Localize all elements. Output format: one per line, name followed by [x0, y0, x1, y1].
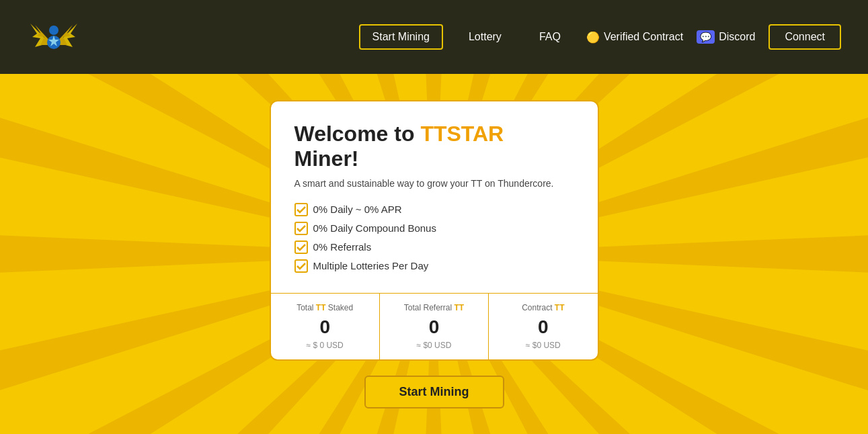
stat-label-staked-tt: TT [316, 303, 326, 312]
stat-usd-contract: ≈ $0 USD [496, 341, 590, 350]
welcome-title: Welcome to TTSTAR Miner! [294, 122, 574, 171]
card-container: Welcome to TTSTAR Miner! A smart and sus… [270, 100, 599, 408]
nav-discord-label: Discord [719, 31, 755, 43]
start-mining-button[interactable]: Start Mining [364, 376, 504, 408]
stat-card-contract: Contract TT 0 ≈ $0 USD [489, 294, 597, 359]
logo-area [27, 10, 81, 64]
stat-label-staked: Total TT Staked [278, 303, 372, 312]
connect-button[interactable]: Connect [768, 24, 841, 50]
feature-item-1: 0% Daily ~ 0% APR [294, 203, 574, 216]
logo-icon [27, 10, 81, 64]
feature-label-2: 0% Daily Compound Bonus [313, 222, 436, 234]
nav-discord[interactable]: 💬 Discord [697, 30, 755, 44]
stat-label-contract: Contract TT [496, 303, 590, 312]
feature-label-4: Multiple Lotteries Per Day [313, 260, 429, 271]
stat-value-contract: 0 [496, 316, 590, 338]
feature-label-1: 0% Daily ~ 0% APR [313, 204, 402, 215]
header: Start Mining Lottery FAQ 🟡 Verified Cont… [0, 0, 868, 74]
stat-label-contract-tt: TT [555, 303, 565, 312]
nav-verified-label: Verified Contract [604, 31, 683, 43]
welcome-title-suffix: Miner! [294, 146, 359, 171]
stat-usd-staked: ≈ $ 0 USD [278, 341, 372, 350]
svg-rect-30 [295, 241, 307, 253]
welcome-title-brand: TTSTAR [420, 122, 504, 146]
stat-card-staked: Total TT Staked 0 ≈ $ 0 USD [271, 294, 380, 359]
stat-card-referral: Total Referral TT 0 ≈ $0 USD [380, 294, 489, 359]
svg-rect-28 [295, 204, 307, 216]
check-icon-4 [294, 259, 308, 273]
main-content: Welcome to TTSTAR Miner! A smart and sus… [0, 74, 868, 434]
welcome-title-prefix: Welcome to [294, 122, 421, 146]
welcome-card: Welcome to TTSTAR Miner! A smart and sus… [270, 100, 599, 293]
svg-point-2 [49, 26, 58, 35]
stats-row: Total TT Staked 0 ≈ $ 0 USD Total Referr… [270, 293, 599, 361]
stat-usd-referral: ≈ $0 USD [387, 341, 481, 350]
stat-label-staked-prefix: Total [297, 303, 316, 312]
nav-links: Start Mining Lottery FAQ 🟡 Verified Cont… [359, 24, 841, 50]
stat-value-staked: 0 [278, 316, 372, 338]
feature-list: 0% Daily ~ 0% APR 0% Daily Compound Bonu… [294, 203, 574, 273]
svg-rect-31 [295, 260, 307, 272]
svg-rect-29 [295, 222, 307, 234]
nav-verified-contract[interactable]: 🟡 Verified Contract [586, 31, 683, 44]
discord-icon: 💬 [697, 30, 715, 44]
nav-start-mining[interactable]: Start Mining [359, 24, 443, 50]
stat-label-referral-prefix: Total Referral [404, 303, 455, 312]
nav-lottery[interactable]: Lottery [457, 26, 514, 48]
stat-label-referral: Total Referral TT [387, 303, 481, 312]
stat-value-referral: 0 [387, 316, 481, 338]
feature-item-2: 0% Daily Compound Bonus [294, 222, 574, 235]
welcome-subtitle: A smart and sustainable way to grow your… [294, 177, 574, 191]
verified-icon: 🟡 [586, 31, 600, 44]
feature-item-3: 0% Referrals [294, 241, 574, 254]
stat-label-referral-tt: TT [455, 303, 465, 312]
nav-faq[interactable]: FAQ [527, 26, 573, 48]
check-icon-3 [294, 241, 308, 254]
feature-item-4: Multiple Lotteries Per Day [294, 259, 574, 273]
check-icon-2 [294, 222, 308, 235]
check-icon-1 [294, 203, 308, 216]
feature-label-3: 0% Referrals [313, 241, 372, 253]
stat-label-contract-prefix: Contract [522, 303, 555, 312]
stat-label-staked-suffix: Staked [325, 303, 353, 312]
